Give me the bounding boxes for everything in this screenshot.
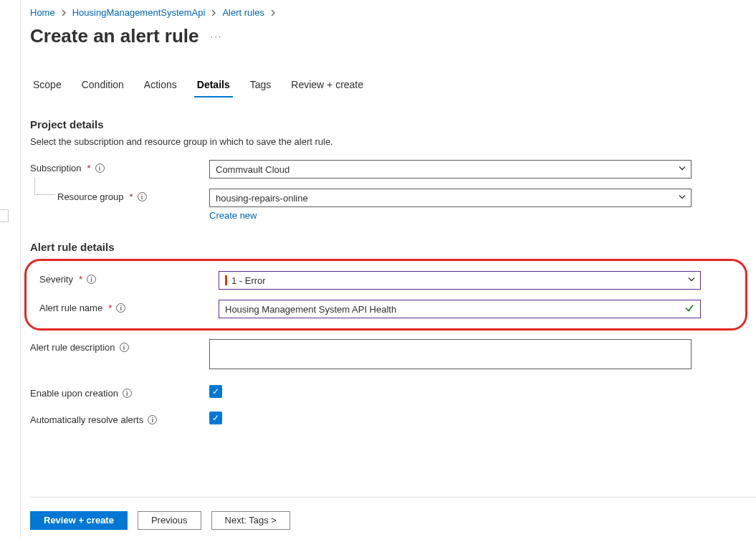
chevron-down-icon — [678, 164, 686, 175]
next-button[interactable]: Next: Tags > — [211, 511, 290, 530]
alert-rule-name-label: Alert rule name — [39, 303, 102, 313]
required-indicator: * — [108, 303, 112, 313]
highlighted-region: Severity * i 1 - Error Alert rule name * — [24, 259, 747, 331]
review-create-button[interactable]: Review + create — [30, 511, 128, 530]
auto-resolve-label: Automatically resolve alerts — [30, 414, 143, 425]
breadcrumb-resource[interactable]: HousingManagementSystemApi — [72, 7, 206, 18]
checkmark-icon — [684, 303, 694, 315]
resource-group-select[interactable]: housing-repairs-online — [209, 189, 692, 207]
info-icon[interactable]: i — [138, 192, 147, 201]
required-indicator: * — [130, 191, 133, 202]
tab-details[interactable]: Details — [194, 75, 233, 98]
subscription-label: Subscription — [30, 163, 82, 174]
alert-rule-name-input[interactable]: Housing Management System API Health — [219, 300, 701, 318]
resource-group-value: housing-repairs-online — [216, 193, 308, 204]
tab-condition[interactable]: Condition — [79, 75, 127, 98]
alert-rule-name-value: Housing Management System API Health — [225, 304, 396, 315]
alert-rule-description-input[interactable] — [209, 339, 692, 369]
severity-indicator-icon — [225, 275, 227, 285]
breadcrumb: Home HousingManagementSystemApi Alert ru… — [30, 0, 742, 21]
info-icon[interactable]: i — [123, 389, 132, 398]
chevron-right-icon — [61, 10, 67, 16]
alert-rule-details-heading: Alert rule details — [30, 241, 742, 253]
breadcrumb-alert-rules[interactable]: Alert rules — [222, 7, 264, 18]
checkmark-icon: ✓ — [212, 413, 219, 423]
required-indicator: * — [79, 274, 82, 285]
previous-button[interactable]: Previous — [138, 511, 201, 530]
collapse-panel-handle[interactable] — [0, 209, 9, 222]
severity-label: Severity — [39, 274, 73, 285]
severity-select[interactable]: 1 - Error — [219, 271, 701, 290]
page-title: Create an alert rule — [30, 25, 199, 47]
auto-resolve-checkbox[interactable]: ✓ — [209, 412, 222, 424]
breadcrumb-home[interactable]: Home — [30, 7, 55, 18]
enable-upon-creation-checkbox[interactable]: ✓ — [209, 385, 222, 398]
tab-actions[interactable]: Actions — [141, 75, 180, 98]
info-icon[interactable]: i — [87, 275, 96, 284]
chevron-right-icon — [270, 10, 276, 16]
severity-value: 1 - Error — [231, 275, 266, 286]
tab-tags[interactable]: Tags — [247, 75, 274, 98]
chevron-down-icon — [678, 193, 686, 204]
enable-upon-creation-label: Enable upon creation — [30, 388, 118, 399]
tabs: Scope Condition Actions Details Tags Rev… — [30, 75, 742, 98]
subscription-select[interactable]: Commvault Cloud — [209, 160, 692, 179]
required-indicator: * — [87, 163, 91, 174]
tab-review-create[interactable]: Review + create — [288, 75, 366, 98]
create-new-link[interactable]: Create new — [209, 210, 257, 221]
alert-rule-description-label: Alert rule description — [30, 342, 115, 353]
resource-group-label: Resource group — [57, 191, 124, 202]
info-icon[interactable]: i — [116, 303, 125, 313]
more-menu-button[interactable]: ··· — [211, 31, 223, 42]
project-details-description: Select the subscription and resource gro… — [30, 136, 742, 147]
subscription-value: Commvault Cloud — [216, 164, 290, 175]
project-details-heading: Project details — [30, 118, 742, 130]
checkmark-icon: ✓ — [212, 386, 219, 396]
tab-scope[interactable]: Scope — [30, 75, 64, 98]
chevron-right-icon — [211, 10, 216, 16]
info-icon[interactable]: i — [95, 163, 105, 173]
info-icon[interactable]: i — [148, 415, 157, 424]
info-icon[interactable]: i — [120, 343, 129, 352]
chevron-down-icon — [687, 275, 696, 286]
